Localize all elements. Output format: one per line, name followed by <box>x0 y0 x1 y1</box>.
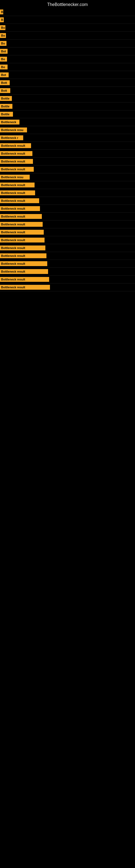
site-title: TheBottlenecker.com <box>0 0 135 8</box>
bar-label: Bo <box>0 65 8 69</box>
bar-label: Bo <box>0 25 5 30</box>
bar-label: Bot <box>0 72 9 77</box>
bar-label: B <box>0 18 4 22</box>
bars-container: BBBoBoBoBotBoBoBotBottBottBottleBottleBo… <box>0 8 135 291</box>
bar-row: Bott <box>0 87 135 95</box>
bar-row: Bottleneck result <box>0 283 135 291</box>
bar-label: Bottleneck result <box>0 143 31 148</box>
bar-row: Bottleneck result <box>0 181 135 189</box>
bar-label: Bottleneck resu <box>0 127 27 132</box>
bar-label: Bo <box>0 57 7 62</box>
bar-label: Bottleneck result <box>0 159 33 164</box>
bar-row: Bottleneck resu <box>0 126 135 134</box>
bar-row: Bottle <box>0 111 135 118</box>
bar-label: Bottleneck result <box>0 214 42 219</box>
bar-label: Bottleneck result <box>0 198 39 203</box>
bar-row: Bottleneck result <box>0 189 135 197</box>
bar-row: Bottleneck result <box>0 276 135 283</box>
bar-row: Bottleneck result <box>0 205 135 213</box>
bar-row: Bottleneck r <box>0 134 135 142</box>
bar-row: B <box>0 8 135 16</box>
bar-label: Bottleneck result <box>0 285 50 290</box>
bar-label: Bo <box>0 33 6 38</box>
bar-row: Bottleneck result <box>0 260 135 268</box>
bar-label: Bottleneck result <box>0 238 45 243</box>
bar-row: Bottleneck result <box>0 142 135 150</box>
bar-row: Bo <box>0 55 135 63</box>
bar-label: Bottle <box>0 96 12 101</box>
bar-row: Bott <box>0 79 135 87</box>
bar-row: Bottleneck result <box>0 213 135 220</box>
bar-label: Bottle <box>0 112 13 117</box>
bar-row: Bottleneck result <box>0 165 135 173</box>
bar-row: Bo <box>0 40 135 48</box>
bar-label: Bottleneck result <box>0 151 32 156</box>
bar-row: Bo <box>0 24 135 32</box>
bar-label: Bottleneck result <box>0 277 49 282</box>
bar-row: Bottleneck result <box>0 197 135 205</box>
bar-row: Bottleneck result <box>0 252 135 260</box>
bar-row: Bot <box>0 71 135 79</box>
bar-label: Bottleneck result <box>0 190 35 195</box>
bar-label: Bottleneck result <box>0 222 43 227</box>
bar-row: Bottleneck <box>0 118 135 126</box>
bar-row: Bottleneck result <box>0 268 135 276</box>
bar-row: Bo <box>0 32 135 40</box>
bar-label: Bottleneck resu <box>0 175 30 180</box>
bar-row: Bottleneck resu <box>0 173 135 181</box>
bar-row: Bottleneck result <box>0 150 135 158</box>
bar-label: Bottleneck result <box>0 183 35 187</box>
bar-label: Bottleneck result <box>0 167 34 172</box>
bar-label: Bottleneck result <box>0 246 45 250</box>
bar-row: Bottleneck result <box>0 244 135 252</box>
bar-row: Bottleneck result <box>0 236 135 244</box>
bar-label: Bottleneck result <box>0 261 47 266</box>
bar-label: Bottleneck result <box>0 206 40 211</box>
bar-label: Bottleneck r <box>0 135 23 140</box>
bar-row: Bot <box>0 48 135 55</box>
bar-row: Bottle <box>0 95 135 102</box>
bar-row: Bottleneck result <box>0 158 135 165</box>
bar-row: Bottleneck result <box>0 228 135 236</box>
bar-row: Bottleneck result <box>0 220 135 228</box>
bar-row: B <box>0 16 135 24</box>
bar-row: Bottle <box>0 102 135 111</box>
bar-label: Bott <box>0 88 10 93</box>
bar-label: Bott <box>0 80 10 85</box>
bar-row: Bo <box>0 63 135 71</box>
bar-label: B <box>0 9 3 14</box>
bar-label: Bottleneck <box>0 120 19 124</box>
bar-label: Bo <box>0 41 6 46</box>
bar-label: Bottleneck result <box>0 269 48 274</box>
bar-label: Bottleneck result <box>0 230 44 235</box>
bar-label: Bottleneck result <box>0 253 46 258</box>
bar-label: Bot <box>0 49 8 54</box>
bar-label: Bottle <box>0 104 12 109</box>
